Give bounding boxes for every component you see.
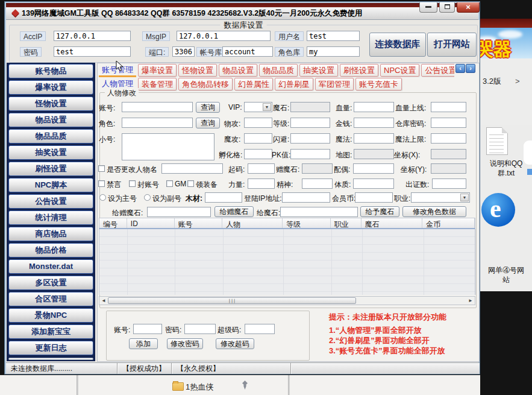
change-super-button[interactable]: 修改超码: [216, 338, 254, 349]
bank-pwd-input[interactable]: [431, 118, 466, 128]
query-account-button[interactable]: 查询: [196, 102, 220, 113]
pin-icon[interactable]: [241, 380, 249, 390]
maximize-button[interactable]: [439, 2, 455, 13]
title-bar[interactable]: 139网络魔域GM工具版 QQ 86483342 QQ群 63578159 42…: [6, 7, 478, 20]
table-header-cell[interactable]: 账号: [175, 218, 223, 228]
sidebar-button[interactable]: 物品设置: [8, 113, 93, 127]
hatch-input[interactable]: [244, 149, 272, 159]
sidebar-button[interactable]: 更新日志: [8, 341, 93, 355]
tab[interactable]: 刷怪设置: [340, 64, 378, 77]
set-sub-radio[interactable]: [144, 194, 151, 201]
job-select[interactable]: ▼: [411, 192, 470, 203]
table-header-cell[interactable]: 人物: [222, 218, 283, 228]
tab[interactable]: 公告设置: [421, 64, 454, 77]
role-db-input[interactable]: [307, 46, 360, 57]
role-query-input[interactable]: [122, 118, 193, 128]
mute-checkbox[interactable]: [98, 180, 105, 187]
watk-input[interactable]: [244, 118, 272, 128]
cert-input[interactable]: [432, 179, 466, 189]
username-input[interactable]: [307, 31, 360, 41]
rename-input[interactable]: [161, 163, 223, 174]
set-main-radio[interactable]: [99, 194, 106, 201]
dodge-input[interactable]: [290, 133, 330, 144]
tab[interactable]: NPC设置: [380, 64, 419, 77]
table-header-cell[interactable]: 金币: [422, 218, 475, 228]
text-file-icon[interactable]: [486, 127, 508, 155]
give-gift-moshi-input[interactable]: [147, 207, 211, 217]
give-gift-moshi-button[interactable]: 给赠魔石: [214, 206, 254, 217]
pk-input[interactable]: [290, 149, 330, 159]
scroll-right-icon[interactable]: ►: [466, 297, 475, 305]
subtab[interactable]: 账号充值卡: [355, 78, 402, 90]
subtab[interactable]: 装备管理: [138, 78, 177, 90]
result-table-body[interactable]: [99, 229, 475, 295]
account-db-input[interactable]: [222, 46, 273, 57]
hp-max-input[interactable]: [431, 102, 466, 112]
horizontal-scrollbar[interactable]: ◄ ||| ►: [99, 296, 475, 305]
tab[interactable]: 抽奖设置: [299, 64, 338, 77]
folder-label[interactable]: 1热血侠: [186, 382, 213, 393]
subtab[interactable]: 军团管理: [315, 78, 354, 90]
port-input[interactable]: [172, 46, 195, 57]
chevron-down-icon[interactable]: ▼: [263, 103, 271, 111]
coordx-input[interactable]: [431, 149, 466, 159]
wood-input[interactable]: [205, 192, 242, 203]
card-password-input[interactable]: [184, 324, 216, 334]
card-super-input[interactable]: [245, 324, 275, 334]
subtab[interactable]: 角色物品转移: [178, 78, 233, 90]
gift-moshi-input[interactable]: [302, 163, 333, 174]
rename-checkbox[interactable]: [98, 165, 105, 172]
vip-select[interactable]: ▼: [244, 102, 272, 112]
folder-icon[interactable]: [172, 382, 184, 391]
spouse-input[interactable]: [353, 163, 394, 174]
sidebar-button[interactable]: 物品品质: [8, 129, 93, 144]
phys-input[interactable]: [353, 179, 394, 189]
query-role-button[interactable]: 查询: [196, 118, 220, 128]
spirit-input[interactable]: [302, 179, 333, 189]
chevron-down-icon[interactable]: ▼: [460, 194, 469, 201]
mp-max-input[interactable]: [431, 133, 466, 144]
ban-checkbox[interactable]: [129, 180, 136, 187]
money-input[interactable]: [354, 118, 394, 128]
matk-input[interactable]: [244, 133, 272, 144]
tab[interactable]: 物品设置: [219, 64, 257, 77]
sidebar-button[interactable]: 怪物设置: [8, 96, 93, 111]
connect-db-button[interactable]: 连接数据库: [369, 33, 426, 57]
scroll-left-icon[interactable]: ◄: [99, 297, 108, 305]
menu-item-version[interactable]: 3.2版 >: [480, 75, 532, 87]
sidebar-button[interactable]: NPC脚本: [8, 178, 93, 192]
alt-textarea[interactable]: [122, 133, 214, 160]
qima-input[interactable]: [248, 163, 275, 174]
minimize-button[interactable]: [419, 2, 437, 13]
login-ip-input[interactable]: [282, 192, 330, 203]
strength-input[interactable]: [248, 179, 275, 189]
password-input[interactable]: [54, 46, 131, 57]
table-header-cell[interactable]: ID: [127, 218, 175, 228]
tab-scroll-left-icon[interactable]: ‹: [455, 64, 465, 73]
msgip-input[interactable]: [177, 31, 271, 41]
subtab[interactable]: 幻兽刷星: [275, 78, 313, 90]
sidebar-button[interactable]: Monster.dat: [8, 259, 93, 274]
menu-item-label[interactable]: 3.2版: [483, 75, 501, 87]
text-file-label[interactable]: 群.txt: [480, 168, 532, 179]
sidebar-button[interactable]: 景物NPC: [8, 308, 93, 323]
mp-input[interactable]: [354, 133, 394, 144]
sidebar-button[interactable]: 抽奖设置: [8, 145, 93, 160]
sidebar-button[interactable]: 物品价格: [8, 243, 93, 258]
close-button[interactable]: ×: [457, 2, 480, 13]
add-button[interactable]: 添加: [129, 338, 158, 349]
table-header-cell[interactable]: 编号: [99, 218, 127, 228]
table-header-cell[interactable]: 等级: [283, 218, 331, 228]
tab[interactable]: 爆率设置: [138, 64, 177, 77]
accip-input[interactable]: [54, 31, 131, 41]
map-input[interactable]: [354, 149, 394, 159]
open-website-button[interactable]: 打开网站: [427, 33, 477, 57]
coin-input[interactable]: [355, 192, 393, 203]
account-query-input[interactable]: [122, 102, 193, 112]
coordy-input[interactable]: [431, 163, 466, 174]
card-account-input[interactable]: [133, 324, 162, 334]
give-moshi-input[interactable]: [280, 207, 358, 217]
browser-shortcut-label[interactable]: 站: [480, 275, 532, 285]
moshi-input[interactable]: [290, 102, 330, 112]
hp-input[interactable]: [354, 102, 394, 112]
